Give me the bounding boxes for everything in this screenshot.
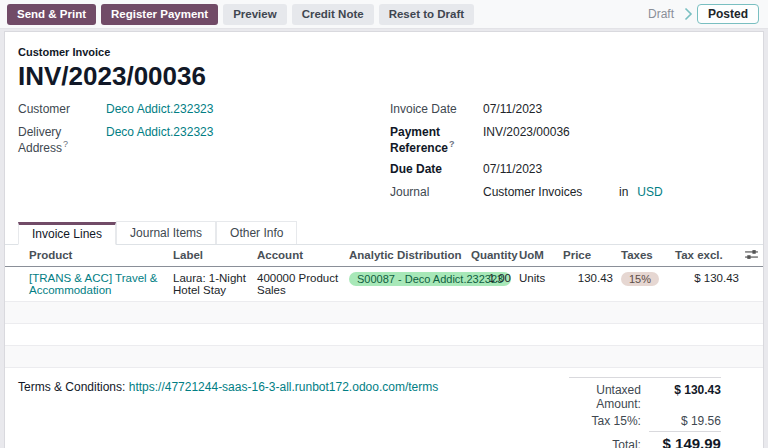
delivery-address-value-link[interactable]: Deco Addict.232323 (106, 125, 213, 139)
register-payment-button[interactable]: Register Payment (101, 4, 218, 25)
action-buttons: Send & Print Register Payment Preview Cr… (7, 4, 474, 25)
help-question-icon: ? (449, 139, 455, 149)
analytic-distribution-badge[interactable]: S00087 - Deco Addict.232323 (349, 272, 511, 286)
preview-button[interactable]: Preview (223, 4, 286, 25)
column-account[interactable]: Account (253, 245, 345, 267)
empty-table-row (5, 346, 763, 368)
totals-table: Untaxed Amount: $ 130.43 Tax 15%: $ 19.5… (569, 377, 721, 448)
customer-value-link[interactable]: Deco Addict.232323 (106, 102, 213, 116)
total-row: Total: $ 149.99 (569, 431, 721, 448)
field-column-left: Customer Deco Addict.232323 Delivery Add… (5, 102, 384, 208)
reset-to-draft-button[interactable]: Reset to Draft (379, 4, 474, 25)
untaxed-amount-label: Untaxed Amount: (569, 383, 649, 411)
chevron-right-icon (684, 6, 693, 22)
payment-reference-label: Payment Reference? (390, 125, 483, 155)
invoice-sheet: Customer Invoice INV/2023/00036 Customer… (4, 31, 764, 448)
field-groups: Customer Deco Addict.232323 Delivery Add… (5, 102, 763, 208)
untaxed-amount-row: Untaxed Amount: $ 130.43 (569, 383, 721, 411)
untaxed-amount-value: $ 130.43 (649, 383, 721, 397)
column-product[interactable]: Product (5, 245, 169, 267)
document-type-label: Customer Invoice (18, 46, 739, 58)
tax-label: Tax 15%: (569, 414, 649, 428)
invoice-date-value[interactable]: 07/11/2023 (483, 102, 542, 116)
terms-link[interactable]: https://47721244-saas-16-3-all.runbot172… (129, 380, 439, 394)
optional-columns-icon[interactable] (743, 245, 763, 267)
field-invoice-date: Invoice Date 07/11/2023 (390, 102, 763, 118)
journal-currency-link[interactable]: USD (637, 185, 662, 199)
product-link[interactable]: [TRANS & ACC] Travel & Accommodation (29, 272, 157, 296)
invoice-date-label: Invoice Date (390, 102, 483, 116)
column-taxes[interactable]: Taxes (617, 245, 671, 267)
tab-other-info[interactable]: Other Info (216, 221, 297, 244)
column-analytic-distribution[interactable]: Analytic Distribution (345, 245, 467, 267)
total-label: Total: (569, 438, 649, 448)
tab-invoice-lines[interactable]: Invoice Lines (18, 222, 116, 245)
total-value: $ 149.99 (649, 431, 721, 448)
line-account-cell[interactable]: 400000 Product Sales (253, 267, 345, 302)
sheet-footer: Terms & Conditions: https://47721244-saa… (5, 368, 763, 448)
payment-reference-label-text: Payment Reference (390, 125, 448, 155)
delivery-address-label-text: Delivery Address (18, 125, 62, 155)
column-tax-excl[interactable]: Tax excl. (671, 245, 743, 267)
line-label-cell[interactable]: Laura: 1-Night Hotel Stay (169, 267, 253, 302)
payment-reference-value[interactable]: INV/2023/00036 (483, 125, 570, 139)
due-date-value[interactable]: 07/11/2023 (483, 162, 542, 176)
empty-table-row (5, 324, 763, 346)
field-due-date: Due Date 07/11/2023 (390, 162, 763, 178)
terms-and-conditions: Terms & Conditions: https://47721244-saa… (18, 380, 438, 448)
status-posted[interactable]: Posted (697, 4, 759, 24)
column-quantity[interactable]: Quantity (467, 245, 515, 267)
due-date-label: Due Date (390, 162, 483, 176)
status-bar: Draft Posted (642, 4, 761, 24)
field-payment-reference: Payment Reference? INV/2023/00036 (390, 125, 763, 155)
empty-table-row (5, 302, 763, 324)
totals-block: Untaxed Amount: $ 130.43 Tax 15%: $ 19.5… (569, 377, 739, 448)
tax-row: Tax 15%: $ 19.56 (569, 414, 721, 428)
field-delivery-address: Delivery Address? Deco Addict.232323 (18, 125, 384, 155)
tax-value: $ 19.56 (649, 414, 721, 428)
line-price-cell[interactable]: 130.43 (559, 267, 617, 302)
help-question-icon: ? (63, 139, 68, 149)
journal-label: Journal (390, 185, 483, 199)
invoice-number: INV/2023/00036 (18, 61, 739, 92)
table-header-row: Product Label Account Analytic Distribut… (5, 245, 763, 267)
invoice-line-row[interactable]: [TRANS & ACC] Travel & Accommodation Lau… (5, 267, 763, 302)
column-uom[interactable]: UoM (515, 245, 559, 267)
notebook-tabs: Invoice Lines Journal Items Other Info (5, 221, 763, 245)
send-print-button[interactable]: Send & Print (7, 4, 96, 25)
field-journal: Journal Customer Invoices in USD (390, 185, 763, 201)
delivery-address-label: Delivery Address? (18, 125, 106, 155)
tax-badge[interactable]: 15% (621, 272, 659, 286)
invoice-lines-table: Product Label Account Analytic Distribut… (5, 245, 763, 368)
credit-note-button[interactable]: Credit Note (292, 4, 374, 25)
line-uom-cell[interactable]: Units (515, 267, 559, 302)
customer-label: Customer (18, 102, 106, 116)
field-customer: Customer Deco Addict.232323 (18, 102, 384, 118)
journal-in-text: in (619, 185, 628, 199)
status-draft[interactable]: Draft (642, 7, 680, 21)
control-panel: Send & Print Register Payment Preview Cr… (0, 0, 768, 29)
journal-value[interactable]: Customer Invoices (483, 185, 619, 199)
tab-journal-items[interactable]: Journal Items (116, 221, 216, 244)
field-column-right: Invoice Date 07/11/2023 Payment Referenc… (384, 102, 763, 208)
terms-label: Terms & Conditions: (18, 380, 125, 394)
document-header: Customer Invoice INV/2023/00036 (5, 32, 763, 92)
line-tax-excl-cell: $ 130.43 (671, 267, 743, 302)
column-label[interactable]: Label (169, 245, 253, 267)
column-price[interactable]: Price (559, 245, 617, 267)
